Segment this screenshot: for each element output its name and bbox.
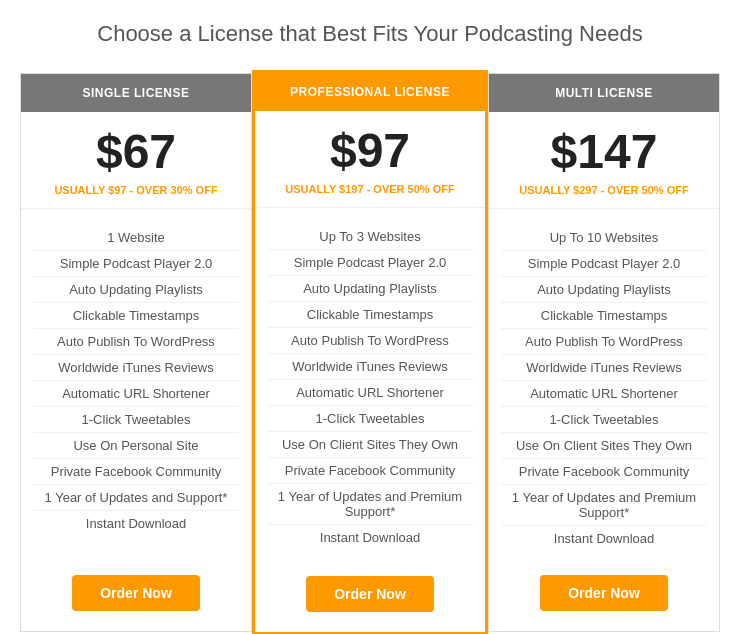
page-wrapper: Choose a License that Best Fits Your Pod…	[0, 0, 740, 634]
list-item: Auto Updating Playlists	[267, 276, 473, 302]
plan-price-multi: $147	[489, 112, 719, 180]
list-item: 1-Click Tweetables	[33, 407, 239, 433]
plan-footer-multi: Order Now	[489, 559, 719, 631]
list-item: Automatic URL Shortener	[267, 380, 473, 406]
page-title: Choose a License that Best Fits Your Pod…	[20, 20, 720, 49]
order-now-button-single[interactable]: Order Now	[72, 575, 200, 611]
list-item: Automatic URL Shortener	[501, 381, 707, 407]
list-item: 1-Click Tweetables	[267, 406, 473, 432]
plan-original-price-multi: USUALLY $297 - OVER 50% OFF	[489, 180, 719, 208]
plan-footer-single: Order Now	[21, 559, 251, 631]
pricing-grid: SINGLE LICENSE$67USUALLY $97 - OVER 30% …	[20, 73, 720, 632]
plan-footer-professional: Order Now	[255, 560, 485, 632]
list-item: Use On Client Sites They Own	[501, 433, 707, 459]
list-item: Private Facebook Community	[501, 459, 707, 485]
list-item: Simple Podcast Player 2.0	[501, 251, 707, 277]
list-item: Instant Download	[33, 511, 239, 536]
plan-professional: PROFESSIONAL LICENSE$97USUALLY $197 - OV…	[252, 70, 488, 634]
list-item: Auto Updating Playlists	[33, 277, 239, 303]
plan-divider-single	[21, 208, 251, 209]
list-item: Auto Updating Playlists	[501, 277, 707, 303]
order-now-button-multi[interactable]: Order Now	[540, 575, 668, 611]
list-item: Use On Personal Site	[33, 433, 239, 459]
plan-header-single: SINGLE LICENSE	[21, 74, 251, 112]
list-item: Worldwide iTunes Reviews	[33, 355, 239, 381]
list-item: Auto Publish To WordPress	[267, 328, 473, 354]
plan-features-single: 1 WebsiteSimple Podcast Player 2.0Auto U…	[21, 217, 251, 559]
list-item: Clickable Timestamps	[33, 303, 239, 329]
list-item: Auto Publish To WordPress	[501, 329, 707, 355]
list-item: 1-Click Tweetables	[501, 407, 707, 433]
list-item: Automatic URL Shortener	[33, 381, 239, 407]
plan-multi: MULTI LICENSE$147USUALLY $297 - OVER 50%…	[488, 73, 720, 632]
list-item: 1 Website	[33, 225, 239, 251]
plan-header-professional: PROFESSIONAL LICENSE	[255, 73, 485, 111]
list-item: 1 Year of Updates and Premium Support*	[501, 485, 707, 526]
list-item: 1 Year of Updates and Support*	[33, 485, 239, 511]
plan-header-multi: MULTI LICENSE	[489, 74, 719, 112]
list-item: Up To 10 Websites	[501, 225, 707, 251]
plan-divider-professional	[255, 207, 485, 208]
order-now-button-professional[interactable]: Order Now	[306, 576, 434, 612]
list-item: Instant Download	[501, 526, 707, 551]
list-item: Auto Publish To WordPress	[33, 329, 239, 355]
list-item: Worldwide iTunes Reviews	[267, 354, 473, 380]
list-item: Instant Download	[267, 525, 473, 550]
list-item: Use On Client Sites They Own	[267, 432, 473, 458]
plan-original-price-single: USUALLY $97 - OVER 30% OFF	[21, 180, 251, 208]
plan-original-price-professional: USUALLY $197 - OVER 50% OFF	[255, 179, 485, 207]
plan-features-professional: Up To 3 WebsitesSimple Podcast Player 2.…	[255, 216, 485, 560]
plan-price-single: $67	[21, 112, 251, 180]
list-item: Simple Podcast Player 2.0	[267, 250, 473, 276]
list-item: Clickable Timestamps	[501, 303, 707, 329]
list-item: Clickable Timestamps	[267, 302, 473, 328]
plan-single: SINGLE LICENSE$67USUALLY $97 - OVER 30% …	[20, 73, 252, 632]
list-item: Worldwide iTunes Reviews	[501, 355, 707, 381]
plan-features-multi: Up To 10 WebsitesSimple Podcast Player 2…	[489, 217, 719, 559]
list-item: Simple Podcast Player 2.0	[33, 251, 239, 277]
list-item: Up To 3 Websites	[267, 224, 473, 250]
plan-price-professional: $97	[255, 111, 485, 179]
list-item: Private Facebook Community	[33, 459, 239, 485]
list-item: Private Facebook Community	[267, 458, 473, 484]
plan-divider-multi	[489, 208, 719, 209]
list-item: 1 Year of Updates and Premium Support*	[267, 484, 473, 525]
